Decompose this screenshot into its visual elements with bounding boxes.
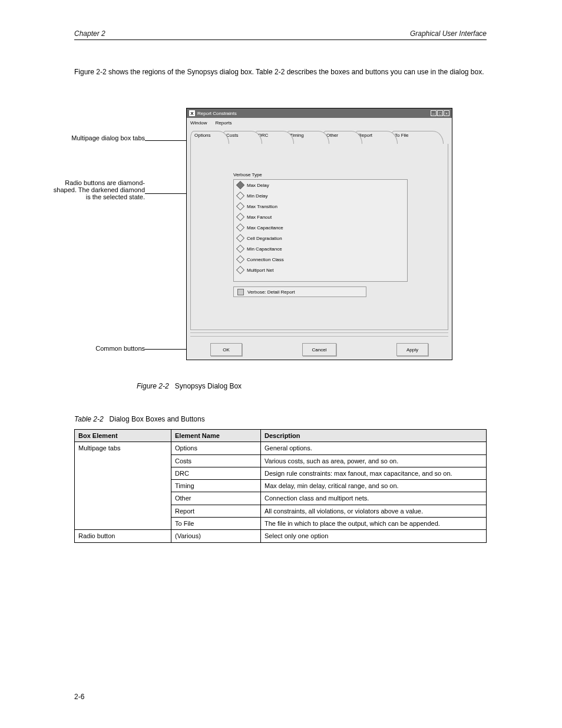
menubar: Window Reports — [187, 118, 452, 127]
figure-caption-text: Synopsys Dialog Box — [175, 382, 242, 390]
table-header: Description — [261, 430, 487, 442]
table-cell: Options — [171, 442, 261, 454]
tabs-row: Options Costs DRC Timing Other Report To… — [190, 131, 448, 144]
radio-option[interactable]: Max Fanout — [234, 212, 407, 222]
callout-radio: Radio buttons are diamond-shaped. The da… — [51, 179, 145, 200]
tab-options[interactable]: Options — [190, 131, 229, 144]
close-window-icon[interactable]: × — [444, 110, 449, 116]
table-cell: Multipage tabs — [75, 442, 171, 530]
radio-icon — [236, 192, 244, 200]
radio-label: Max Capacitance — [247, 225, 283, 230]
radio-option[interactable]: Max Capacitance — [234, 222, 407, 233]
radio-option[interactable]: Connection Class — [234, 254, 407, 265]
radio-option[interactable]: Min Delay — [234, 190, 407, 201]
tab-body: Verbose Type Max Delay Min Delay Max Tra… — [190, 144, 448, 330]
maximize-icon[interactable]: □ — [437, 110, 443, 116]
table-header: Box Element — [75, 430, 171, 442]
menu-item[interactable]: Reports — [215, 120, 232, 126]
separator — [190, 332, 448, 333]
section-label: Verbose Type — [233, 172, 262, 177]
radio-option[interactable]: Max Delay — [234, 180, 407, 190]
radio-label: Min Delay — [247, 193, 268, 199]
radio-icon — [236, 245, 244, 253]
table-cell: Radio button — [75, 530, 171, 542]
header-right: Graphical User Interface — [410, 29, 487, 38]
radio-icon — [236, 234, 244, 242]
table-title-text: Dialog Box Boxes and Buttons — [110, 415, 205, 423]
table-title: Table 2-2 Dialog Box Boxes and Buttons — [74, 415, 205, 423]
header-rule — [74, 39, 487, 40]
table-row: Radio button (Various) Select only one o… — [75, 530, 487, 542]
radio-option[interactable]: Min Capacitance — [234, 243, 407, 254]
minimize-icon[interactable]: – — [431, 110, 437, 116]
radio-label: Max Transition — [247, 204, 277, 209]
tab-to-file[interactable]: To File — [391, 131, 444, 144]
table-cell: Costs — [171, 454, 261, 467]
figure-wrap: Multipage dialog box tabs Radio buttons … — [74, 106, 487, 371]
radio-label: Max Fanout — [247, 215, 272, 220]
table-header: Element Name — [171, 430, 261, 442]
radio-label: Cell Degradation — [247, 236, 282, 241]
table-cell: DRC — [171, 467, 261, 479]
callout-tabs: Multipage dialog box tabs — [51, 134, 145, 141]
header-left: Chapter 2 — [74, 29, 105, 38]
table-header-row: Box Element Element Name Description — [75, 430, 487, 442]
spec-table: Box Element Element Name Description Mul… — [74, 429, 487, 543]
radio-label: Connection Class — [247, 257, 284, 262]
table-cell: To File — [171, 518, 261, 530]
radio-label: Multiport Net — [247, 268, 273, 273]
checkbox-icon[interactable] — [237, 289, 244, 295]
radio-icon — [236, 266, 244, 274]
table-cell: Report — [171, 505, 261, 517]
intro-paragraph: Figure 2-2 shows the regions of the Syno… — [74, 67, 487, 77]
radio-option[interactable]: Multiport Net — [234, 265, 407, 275]
arrow-icon — [145, 140, 186, 141]
radio-label: Min Capacitance — [247, 246, 282, 252]
table-cell: Timing — [171, 480, 261, 492]
page-header: Chapter 2 Graphical User Interface — [74, 29, 487, 38]
radio-icon — [236, 202, 244, 210]
cancel-button[interactable]: Cancel — [302, 343, 336, 356]
window-title: Report Constraints — [197, 111, 237, 116]
separator — [190, 336, 448, 337]
table-cell: Design rule constraints: max fanout, max… — [261, 467, 487, 479]
radio-option[interactable]: Max Transition — [234, 201, 407, 212]
callout-tabs-text: Multipage dialog box tabs — [51, 134, 145, 141]
radio-icon — [236, 223, 244, 232]
table-cell: General options. — [261, 442, 487, 454]
radio-icon — [236, 213, 244, 221]
checkbox-label: Verbose: Detail Report — [247, 289, 295, 295]
dialog-window: X Report Constraints – □ × Window Report… — [186, 108, 452, 360]
radio-label: Max Delay — [247, 183, 269, 188]
table-label: Table 2-2 — [74, 415, 104, 423]
figure-label: Figure 2-2 — [137, 382, 169, 390]
close-icon[interactable]: X — [189, 110, 195, 116]
page-number: 2-6 — [74, 693, 84, 701]
menu-item[interactable]: Window — [190, 120, 207, 126]
callout-buttons-text: Common buttons — [51, 345, 145, 352]
radio-panel: Max Delay Min Delay Max Transition Max F… — [233, 179, 408, 282]
table-cell: Various costs, such as area, power, and … — [261, 454, 487, 467]
apply-button[interactable]: Apply — [396, 343, 428, 356]
table-cell: (Various) — [171, 530, 261, 542]
table-cell: The file in which to place the output, w… — [261, 518, 487, 530]
table-cell: Connection class and multiport nets. — [261, 492, 487, 505]
table-row: Multipage tabs Options General options. — [75, 442, 487, 454]
checkbox-panel: Verbose: Detail Report — [233, 286, 366, 297]
figure-caption: Figure 2-2 Synopsys Dialog Box — [137, 382, 431, 390]
table-cell: Select only one option — [261, 530, 487, 542]
callout-radio-text: Radio buttons are diamond-shaped. The da… — [51, 179, 145, 200]
radio-icon — [236, 255, 244, 263]
titlebar: X Report Constraints – □ × — [187, 108, 452, 118]
radio-option[interactable]: Cell Degradation — [234, 233, 407, 243]
table-cell: Other — [171, 492, 261, 505]
table-cell: All constraints, all violations, or viol… — [261, 505, 487, 517]
callout-buttons: Common buttons — [51, 345, 145, 352]
radio-icon — [236, 181, 244, 189]
ok-button[interactable]: OK — [210, 343, 242, 356]
table-cell: Max delay, min delay, critical range, an… — [261, 480, 487, 492]
